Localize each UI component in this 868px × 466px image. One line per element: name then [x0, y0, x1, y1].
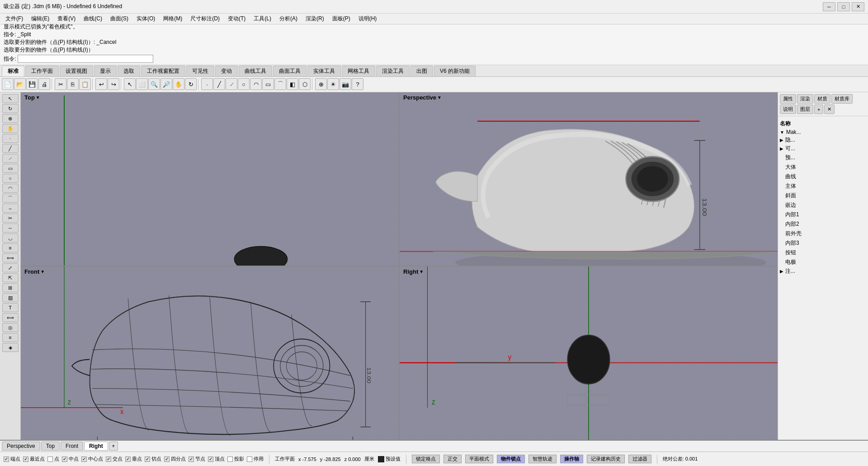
toolbar-tab-7[interactable]: 变动 [215, 66, 238, 76]
snap-checkbox-垂点[interactable]: ✓垂点 [125, 456, 142, 462]
right-panel-item-1[interactable]: 大体 [780, 162, 866, 172]
pan-tool[interactable]: ✋ [2, 124, 19, 133]
filter-mode-button[interactable]: 过滤器 [628, 455, 651, 463]
toolbar-tab-13[interactable]: 出图 [410, 66, 433, 76]
right-panel-tab-3[interactable]: 材质库 [831, 94, 853, 104]
snap-checkbox-中心点[interactable]: ✓中心点 [81, 456, 103, 462]
select-button[interactable]: ↖ [124, 78, 136, 90]
mirror-tool[interactable]: ⟺ [2, 253, 19, 262]
viewport-front[interactable]: z x [21, 266, 399, 440]
paste-button[interactable]: 📋 [79, 78, 91, 90]
maximize-button[interactable]: □ [837, 2, 850, 11]
snap-checkbox-点[interactable]: 点 [47, 456, 59, 462]
menu-item-13[interactable]: 说明(H) [355, 14, 381, 24]
right-panel-item-7[interactable]: 内部2 [780, 219, 866, 229]
menu-item-0[interactable]: 文件(F) [2, 14, 27, 24]
toolbar-tab-4[interactable]: 选取 [118, 66, 140, 76]
hatch-tool[interactable]: ▨ [2, 293, 19, 302]
move-tool[interactable]: ⤢ [2, 263, 19, 272]
right-panel-tab-4[interactable]: 说明 [780, 105, 796, 114]
smarttrack-mode-button[interactable]: 智慧轨迹 [528, 455, 557, 463]
viewport-tab-right[interactable]: Right [84, 442, 108, 451]
right-panel-group-0[interactable]: ▼Mak... [780, 128, 866, 136]
close-button[interactable]: ✕ [852, 2, 864, 11]
solid-button[interactable]: ⬡ [299, 78, 311, 90]
copy-button[interactable]: ⎘ [67, 78, 79, 90]
menu-item-1[interactable]: 编辑(E) [28, 14, 53, 24]
zoom-out-button[interactable]: 🔎 [160, 78, 172, 90]
right-panel-tab-1[interactable]: 渲染 [797, 94, 813, 104]
toolbar-tab-6[interactable]: 可见性 [186, 66, 214, 76]
command-input-field[interactable] [18, 55, 153, 63]
curve-button[interactable]: ⌒ [274, 78, 286, 90]
new-file-button[interactable]: 📄 [2, 78, 14, 90]
menu-item-7[interactable]: 尺寸标注(D) [187, 14, 223, 24]
line-tool[interactable]: ╱ [2, 144, 19, 153]
light-button[interactable]: ☀ [327, 78, 339, 90]
window-select-button[interactable]: ⬜ [136, 78, 148, 90]
viewport-top[interactable]: y x Top ▼ [21, 92, 399, 266]
right-panel-item-6[interactable]: 内部1 [780, 210, 866, 219]
rectangle-button[interactable]: ▭ [262, 78, 274, 90]
viewport-front-label[interactable]: Front ▼ [24, 268, 45, 275]
right-panel-group-1[interactable]: ▶隐... [780, 136, 866, 144]
snap-checkbox-投影[interactable]: 投影 [227, 456, 244, 462]
cut-button[interactable]: ✂ [55, 78, 66, 90]
camera-button[interactable]: 📷 [340, 78, 351, 90]
save-button[interactable]: 💾 [26, 78, 38, 90]
snap-toggle[interactable]: ◎ [2, 323, 19, 332]
right-panel-item-8[interactable]: 前外壳 [780, 229, 866, 238]
toolbar-tab-11[interactable]: 网格工具 [342, 66, 375, 76]
toolbar-tab-1[interactable]: 工作平面 [25, 66, 59, 76]
viewport-tab-front[interactable]: Front [61, 442, 83, 451]
snap-checkbox-交点[interactable]: ✓交点 [106, 456, 123, 462]
toolbar-tab-14[interactable]: V6 的新功能 [434, 66, 476, 76]
viewport-perspective-label[interactable]: Perspective ▼ [403, 94, 442, 101]
right-panel-item-11[interactable]: 电极 [780, 257, 866, 267]
minimize-button[interactable]: ─ [823, 2, 835, 11]
rotate-button[interactable]: ↻ [185, 78, 197, 90]
zoom-in-button[interactable]: 🔍 [148, 78, 160, 90]
pan-button[interactable]: ✋ [173, 78, 184, 90]
snap-checkbox-顶点[interactable]: ✓顶点 [208, 456, 225, 462]
fillet-tool[interactable]: ◡ [2, 233, 19, 243]
right-panel-item-9[interactable]: 内部3 [780, 238, 866, 248]
snap-checkbox-切点[interactable]: ✓切点 [145, 456, 161, 462]
right-panel-item-4[interactable]: 斜面 [780, 191, 866, 200]
snap-checkbox-停用[interactable]: 停用 [247, 456, 264, 462]
right-panel-note-0[interactable]: ▶注... [780, 267, 866, 276]
right-panel-item-5[interactable]: 嵌边 [780, 200, 866, 210]
history-mode-button[interactable]: 记录建构历史 [587, 455, 625, 463]
freeform-tool[interactable]: ⌣ [2, 204, 19, 213]
text-tool[interactable]: T [2, 303, 19, 312]
snap-checkbox-节点[interactable]: ✓节点 [189, 456, 205, 462]
planar-mode-button[interactable]: 平面模式 [465, 455, 493, 463]
snap-button[interactable]: ⊕ [315, 78, 327, 90]
snap-checkbox-端点[interactable]: ✓端点 [4, 456, 20, 462]
dim-tool[interactable]: ⟺ [2, 313, 19, 322]
right-panel-tab-6[interactable]: + [814, 105, 823, 114]
print-button[interactable]: 🖨 [38, 78, 50, 90]
toolbar-tab-10[interactable]: 实体工具 [307, 66, 341, 76]
menu-item-10[interactable]: 分析(A) [276, 14, 301, 24]
right-panel-item-0[interactable]: 预... [780, 153, 866, 162]
right-panel-item-3[interactable]: 主体 [780, 181, 866, 191]
curve-tool[interactable]: ⌒ [2, 194, 19, 203]
viewport-right[interactable]: z y Right ▼ [400, 266, 778, 440]
viewport-right-label[interactable]: Right ▼ [403, 268, 424, 275]
snap-checkbox-最近点[interactable]: ✓最近点 [23, 456, 45, 462]
snap-checkbox-中点[interactable]: ✓中点 [62, 456, 79, 462]
menu-item-5[interactable]: 实体(O) [133, 14, 159, 24]
toolbar-tab-8[interactable]: 曲线工具 [239, 66, 272, 76]
gumball-mode-button[interactable]: 操作轴 [560, 455, 583, 463]
toolbar-tab-9[interactable]: 曲面工具 [273, 66, 307, 76]
point-tool[interactable]: · [2, 134, 19, 143]
toolbar-tab-3[interactable]: 显示 [94, 66, 117, 76]
array-tool[interactable]: ⊞ [2, 283, 19, 292]
circle-tool[interactable]: ○ [2, 174, 19, 183]
menu-item-4[interactable]: 曲面(S) [107, 14, 132, 24]
scale-tool[interactable]: ⇱ [2, 273, 19, 282]
rotate-view-tool[interactable]: ↻ [2, 104, 19, 113]
menu-item-11[interactable]: 渲染(R) [302, 14, 328, 24]
select-tool[interactable]: ↖ [2, 94, 19, 103]
